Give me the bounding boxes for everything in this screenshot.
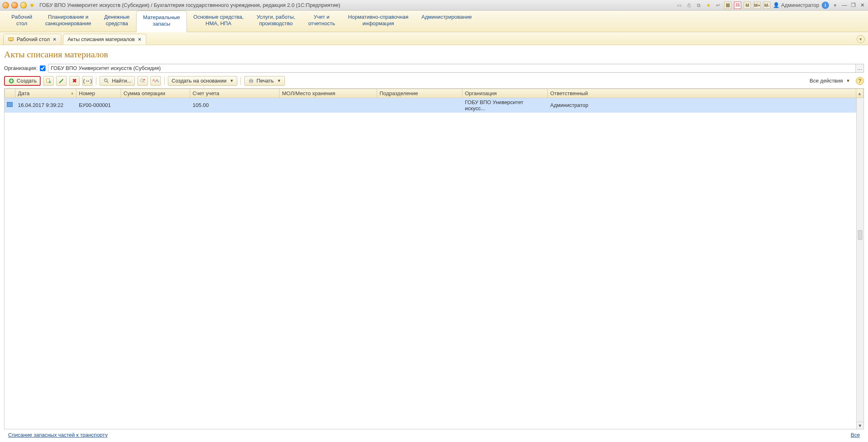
- subtab-desktop[interactable]: Рабочий стол ×: [3, 34, 61, 45]
- svg-rect-9: [250, 81, 252, 83]
- print-button[interactable]: Печать ▼: [244, 76, 285, 86]
- history-back-icon[interactable]: [2, 2, 9, 9]
- memory-mminus-button[interactable]: M-: [763, 2, 770, 9]
- cell-dept: [377, 98, 462, 113]
- nav-desktop[interactable]: Рабочийстол: [5, 11, 39, 32]
- memory-m-button[interactable]: M: [744, 2, 751, 9]
- all-actions-label: Все действия: [809, 78, 843, 84]
- dt-kt-button[interactable]: Аткт: [150, 76, 161, 86]
- nav-cash[interactable]: Денежныесредства: [98, 11, 136, 32]
- col-icon[interactable]: [5, 89, 15, 98]
- toggle-button[interactable]: (↔): [82, 76, 93, 86]
- scroll-up-button[interactable]: ▴: [856, 89, 864, 98]
- table-row[interactable]: 16.04.2017 9:39:22 БУ00-000001 105.00 ГО…: [4, 98, 856, 113]
- svg-rect-8: [250, 79, 252, 80]
- dropdown-icon[interactable]: ▾: [831, 2, 839, 9]
- copy-button[interactable]: [43, 76, 54, 86]
- nav-reference[interactable]: Нормативно-справочнаяинформация: [341, 11, 415, 32]
- subtab-label: Акты списания материалов: [67, 36, 135, 42]
- favorites-icon[interactable]: ★: [705, 2, 712, 9]
- org-select-button[interactable]: …: [855, 64, 864, 72]
- nav-planning[interactable]: Планирование исанкционирование: [39, 11, 98, 32]
- minimize-button[interactable]: —: [841, 2, 848, 9]
- calendar-icon[interactable]: 31: [734, 2, 741, 9]
- footer: Списание запасных частей к транспорту Вс…: [4, 429, 864, 440]
- col-account[interactable]: Счет учета: [190, 89, 280, 98]
- window-title: ГОБУ ВПО Университет искусств (Субсидия)…: [39, 2, 340, 8]
- find-button[interactable]: Найти...: [100, 76, 135, 86]
- grid-rows: 16.04.2017 9:39:22 БУ00-000001 105.00 ГО…: [4, 98, 856, 113]
- col-mol[interactable]: МОЛ/Место хранения: [280, 89, 377, 98]
- clear-find-button[interactable]: [137, 76, 148, 86]
- separator: [164, 77, 165, 85]
- delete-icon: ✖: [71, 78, 78, 84]
- history-menu-icon[interactable]: [11, 2, 18, 9]
- delete-button[interactable]: ✖: [69, 76, 80, 86]
- history-forward-icon[interactable]: [20, 2, 27, 9]
- all-actions-button[interactable]: Все действия ▼: [806, 76, 853, 86]
- nav-services[interactable]: Услуги, работы,производство: [250, 11, 302, 32]
- org-label: Организация:: [4, 65, 37, 71]
- more-tabs-button[interactable]: ▾: [857, 35, 865, 43]
- cell-org: ГОБУ ВПО Университет искусс...: [462, 98, 548, 113]
- col-sum[interactable]: Сумма операции: [121, 89, 190, 98]
- col-number[interactable]: Номер: [76, 89, 121, 98]
- grid-body: 16.04.2017 9:39:22 БУ00-000001 105.00 ГО…: [4, 98, 864, 429]
- footer-right-link[interactable]: Все: [851, 432, 860, 438]
- chevron-down-icon: ▼: [230, 78, 234, 83]
- grid-header: Дата▴ Номер Сумма операции Счет учета МО…: [4, 89, 856, 98]
- toolbar: Создать ✖ (↔) Найти...: [4, 76, 864, 86]
- footer-left-link[interactable]: Списание запасных частей к транспорту: [8, 432, 108, 438]
- memory-mplus-button[interactable]: M+: [753, 2, 761, 9]
- user-name: Администратор: [781, 2, 819, 8]
- org-input[interactable]: ГОБУ ВПО Университет искусств (Субсидия)…: [48, 64, 864, 73]
- sort-asc-icon: ▴: [71, 90, 74, 96]
- current-user[interactable]: 👤 Администратор: [773, 2, 819, 8]
- org-checkbox[interactable]: [40, 65, 46, 71]
- svg-point-6: [141, 78, 143, 81]
- nav-accounting[interactable]: Учет иотчетность: [302, 11, 341, 32]
- pencil-icon: [58, 78, 65, 84]
- nav-admin[interactable]: Администрирование: [415, 11, 478, 32]
- create-based-button[interactable]: Создать на основании ▼: [168, 76, 237, 86]
- maximize-button[interactable]: ❐: [850, 2, 857, 9]
- favorite-icon[interactable]: ★: [29, 2, 35, 9]
- info-icon[interactable]: i: [822, 2, 829, 9]
- col-dept[interactable]: Подразделение: [377, 89, 462, 98]
- calculator-icon[interactable]: ▥: [724, 2, 731, 9]
- row-icon-cell: [4, 98, 15, 113]
- content-area: Акты списания материалов Организация: ГО…: [0, 45, 868, 442]
- col-resp[interactable]: Ответственный: [548, 89, 856, 98]
- create-based-label: Создать на основании: [171, 78, 226, 84]
- scrollbar-thumb[interactable]: [858, 230, 862, 240]
- org-value: ГОБУ ВПО Университет искусств (Субсидия): [51, 65, 161, 71]
- save-icon[interactable]: ▭: [675, 2, 683, 9]
- dt-kt-icon: Аткт: [152, 78, 159, 84]
- scroll-down-button[interactable]: ▾: [857, 422, 864, 429]
- edit-button[interactable]: [56, 76, 67, 86]
- grid: Дата▴ Номер Сумма операции Счет учета МО…: [4, 88, 864, 430]
- close-tab-button[interactable]: ×: [52, 36, 57, 42]
- cell-mol: [280, 98, 377, 113]
- title-bar-right: ▭ ⎙ ⧉ ★ ↩ ▥ 31 M M+ M- 👤 Администратор i…: [675, 2, 866, 9]
- close-window-button[interactable]: ✕: [859, 2, 866, 9]
- swap-icon: (↔): [84, 78, 91, 84]
- subtab-acts[interactable]: Акты списания материалов ×: [63, 34, 146, 45]
- history-icon[interactable]: ↩: [714, 2, 722, 9]
- subtab-label: Рабочий стол: [17, 36, 50, 42]
- create-button[interactable]: Создать: [4, 76, 41, 86]
- help-button[interactable]: ?: [856, 77, 864, 85]
- magnifier-icon: [103, 78, 110, 84]
- col-org[interactable]: Организация: [462, 89, 548, 98]
- cell-account: 105.00: [190, 98, 280, 113]
- cell-date: 16.04.2017 9:39:22: [15, 98, 76, 113]
- col-date[interactable]: Дата▴: [15, 89, 76, 98]
- title-bar: ★ ГОБУ ВПО Университет искусств (Субсиди…: [0, 0, 868, 11]
- nav-materials[interactable]: Материальныезапасы: [136, 11, 187, 32]
- copy-icon[interactable]: ⧉: [695, 2, 702, 9]
- close-tab-button[interactable]: ×: [137, 36, 142, 42]
- vertical-scrollbar[interactable]: ▾: [856, 98, 864, 429]
- nav-fixed-assets[interactable]: Основные средства,НМА, НПА: [187, 11, 250, 32]
- page-title: Акты списания материалов: [4, 49, 864, 60]
- print-icon[interactable]: ⎙: [685, 2, 692, 9]
